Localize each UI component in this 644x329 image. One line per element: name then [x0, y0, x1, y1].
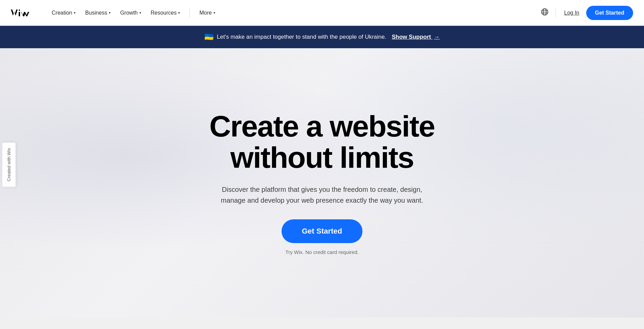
nav-item-resources[interactable]: Resources ▾	[147, 7, 184, 19]
login-button[interactable]: Log In	[560, 7, 583, 19]
hero-section: Create a website without limits Discover…	[0, 48, 644, 317]
ukraine-banner-text: Let's make an impact together to stand w…	[217, 34, 386, 40]
svg-point-3	[543, 9, 546, 15]
navbar-right: Log In Get Started	[538, 6, 633, 20]
chevron-down-icon: ▾	[109, 11, 111, 15]
nav-divider	[189, 8, 190, 18]
ukraine-flag-emoji: 🇺🇦	[204, 33, 214, 41]
hero-get-started-button[interactable]: Get Started	[282, 219, 363, 243]
get-started-nav-button[interactable]: Get Started	[586, 6, 633, 20]
nav-item-business[interactable]: Business ▾	[81, 7, 115, 19]
hero-title: Create a website without limits	[209, 111, 435, 173]
hero-note: Try Wix. No credit card required.	[209, 249, 435, 255]
nav-items: Creation ▾ Business ▾ Growth ▾ Resources…	[48, 7, 538, 19]
nav-item-creation[interactable]: Creation ▾	[48, 7, 80, 19]
ukraine-banner: 🇺🇦 Let's make an impact together to stan…	[0, 26, 644, 48]
chevron-down-icon: ▾	[214, 11, 215, 15]
chevron-down-icon: ▾	[74, 11, 75, 15]
chevron-down-icon: ▾	[139, 11, 141, 15]
wix-logo-svg	[11, 8, 35, 18]
globe-icon	[541, 8, 548, 17]
right-divider	[556, 8, 556, 18]
svg-rect-0	[19, 10, 20, 11]
svg-rect-1	[19, 12, 20, 16]
logo[interactable]	[11, 8, 35, 18]
hero-content: Create a website without limits Discover…	[209, 111, 435, 255]
navbar: Creation ▾ Business ▾ Growth ▾ Resources…	[0, 0, 644, 26]
created-with-wix-badge: Created with Wix	[2, 142, 16, 187]
language-selector-button[interactable]	[538, 6, 552, 20]
show-support-link[interactable]: Show Support →	[392, 34, 440, 40]
hero-subtitle: Discover the platform that gives you the…	[220, 184, 424, 206]
nav-item-growth[interactable]: Growth ▾	[116, 7, 145, 19]
arrow-icon: →	[434, 34, 440, 40]
svg-point-2	[542, 9, 548, 15]
chevron-down-icon: ▾	[178, 11, 180, 15]
nav-item-more[interactable]: More ▾	[195, 7, 219, 19]
globe-svg	[541, 8, 548, 16]
